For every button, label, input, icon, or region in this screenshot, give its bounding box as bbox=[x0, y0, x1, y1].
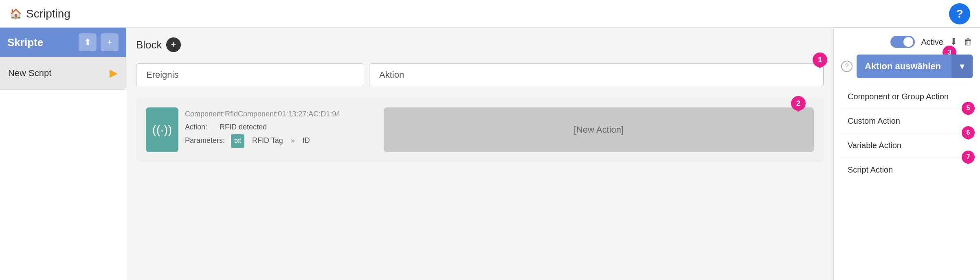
menu-item-label-0: Component or Group Action bbox=[848, 92, 949, 101]
event-card: ((·)) Component:RfidComponent:01:13:27:A… bbox=[146, 107, 374, 152]
event-details: Component:RfidComponent:01:13:27:AC:D1:9… bbox=[185, 107, 340, 148]
sidebar-header: Skripte ⬆ + bbox=[0, 28, 126, 57]
component-id: Component:RfidComponent:01:13:27:AC:D1:9… bbox=[185, 107, 340, 120]
block-label: Block bbox=[136, 39, 162, 51]
top-nav: 🏠 Scripting ? bbox=[0, 0, 980, 28]
block-add-button[interactable]: + bbox=[166, 37, 181, 52]
help-button[interactable]: ? bbox=[949, 3, 970, 24]
sidebar-item-new-script[interactable]: New Script ▶ bbox=[0, 57, 126, 90]
nav-title: Scripting bbox=[26, 7, 70, 20]
event-action-row: Ereignis Aktion 1 bbox=[136, 63, 824, 86]
params-row: Parameters: txt RFID Tag » ID bbox=[185, 134, 340, 148]
param-value: RFID Tag bbox=[252, 136, 283, 144]
ereignis-box: Ereignis bbox=[136, 63, 364, 86]
menu-item-label-2: Variable Action bbox=[848, 141, 901, 150]
param-id: ID bbox=[303, 136, 310, 144]
rfid-icon: ((·)) bbox=[152, 123, 172, 137]
add-script-button[interactable]: + bbox=[101, 33, 119, 51]
row-card: ((·)) Component:RfidComponent:01:13:27:A… bbox=[136, 98, 824, 162]
home-icon[interactable]: 🏠 bbox=[10, 8, 22, 20]
action-value: RFID detected bbox=[220, 123, 267, 131]
action-card[interactable]: [New Action] 2 bbox=[384, 107, 814, 152]
action-dropdown-button[interactable]: ▼ bbox=[951, 55, 973, 78]
sidebar-item-label: New Script bbox=[8, 68, 51, 79]
menu-item-script[interactable]: Script Action 7 bbox=[841, 158, 973, 182]
param-tag: txt bbox=[231, 134, 244, 148]
action-label: Action: bbox=[185, 123, 207, 131]
tooltip-7-badge: 7 bbox=[962, 151, 975, 164]
nav-left: 🏠 Scripting bbox=[10, 7, 70, 20]
menu-item-custom[interactable]: Custom Action 5 bbox=[841, 109, 973, 133]
upload-button[interactable]: ⬆ bbox=[79, 33, 97, 51]
trash-icon[interactable]: 🗑 bbox=[964, 37, 973, 47]
params-label: Parameters: bbox=[185, 136, 225, 144]
sidebar-header-actions: ⬆ + bbox=[79, 33, 119, 51]
aktion-box: Aktion 1 bbox=[369, 63, 824, 86]
action-selector: 3 Aktion auswählen ▼ bbox=[857, 55, 973, 78]
right-panel: Active ⬇ 🗑 ? 3 Aktion auswählen ▼ Compon… bbox=[833, 28, 980, 280]
menu-item-variable[interactable]: Variable Action 6 bbox=[841, 133, 973, 158]
tooltip-1-badge: 1 bbox=[813, 52, 827, 67]
new-action-label: [New Action] bbox=[574, 125, 624, 135]
aktion-label: Aktion bbox=[379, 70, 404, 80]
active-label: Active bbox=[921, 37, 943, 47]
ereignis-label: Ereignis bbox=[146, 70, 178, 80]
menu-item-component[interactable]: Component or Group Action bbox=[841, 85, 973, 109]
selector-row: ? 3 Aktion auswählen ▼ bbox=[841, 55, 973, 78]
dropdown-menu: Component or Group Action Custom Action … bbox=[841, 85, 973, 182]
active-toggle[interactable] bbox=[890, 36, 915, 48]
main-layout: Skripte ⬆ + New Script ▶ Block + Ereigni… bbox=[0, 28, 980, 280]
tooltip-5-badge: 5 bbox=[962, 102, 975, 115]
block-header: Block + bbox=[136, 37, 824, 52]
action-row: Action: RFID detected bbox=[185, 120, 340, 133]
arrow-icon: » bbox=[291, 136, 295, 144]
content-area: Block + Ereignis Aktion 1 ((·)) Componen… bbox=[126, 28, 833, 280]
rfid-icon-box: ((·)) bbox=[146, 107, 178, 152]
toggle-slider bbox=[890, 36, 915, 48]
sidebar: Skripte ⬆ + New Script ▶ bbox=[0, 28, 126, 280]
menu-item-label-1: Custom Action bbox=[848, 116, 900, 126]
tooltip-6-badge: 6 bbox=[962, 126, 975, 139]
tooltip-2-badge: 2 bbox=[791, 96, 806, 111]
help-circle-icon[interactable]: ? bbox=[841, 61, 853, 72]
sidebar-title: Skripte bbox=[7, 36, 43, 49]
menu-item-label-3: Script Action bbox=[848, 165, 893, 175]
play-icon: ▶ bbox=[110, 67, 118, 79]
action-selector-button[interactable]: Aktion auswählen bbox=[857, 55, 951, 78]
